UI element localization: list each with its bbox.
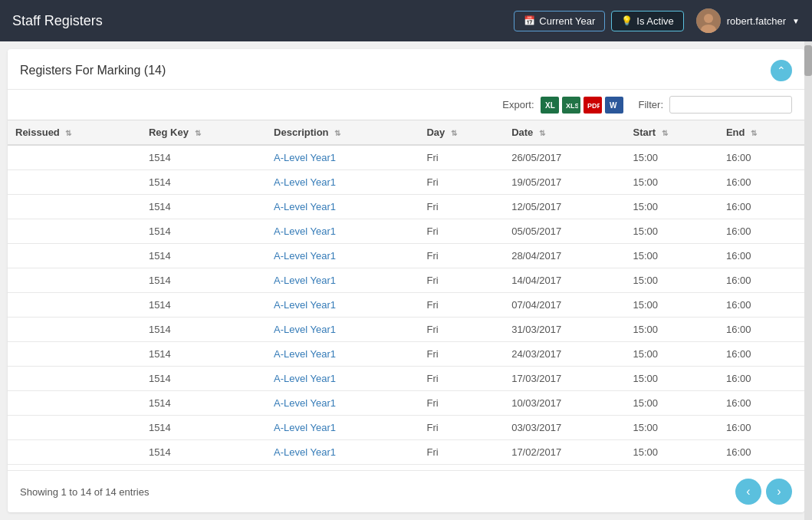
cell-day: Fri [419,219,504,244]
description-link[interactable]: A-Level Year1 [274,373,336,384]
cell-date: 26/05/2017 [504,145,625,170]
col-description[interactable]: Description ⇅ [266,120,419,146]
cell-date: 17/03/2017 [504,367,625,391]
cell-start: 15:00 [626,268,718,293]
cell-date: 10/02/2017 [504,465,625,471]
bulb-icon: 💡 [621,15,633,26]
svg-text:PDF: PDF [587,102,600,110]
table-row: 1514A-Level Year1Fri10/03/201715:0016:00 [8,391,804,416]
export-word-button[interactable]: W [605,97,623,114]
description-link[interactable]: A-Level Year1 [274,225,336,237]
toolbar: Export: XL XLS PDF W Filter: [8,90,804,120]
cell-reissued [8,170,141,195]
export-label: Export: [502,99,534,110]
col-reissued[interactable]: Reissued ⇅ [8,120,141,146]
cell-reg_key: 1514 [141,342,266,367]
prev-icon: ‹ [746,485,750,499]
cell-day: Fri [419,293,504,318]
scrollbar-thumb [804,45,812,76]
header-right: 📅 Current Year 💡 Is Active robert.fatche… [514,8,800,33]
cell-reg_key: 1514 [141,465,266,471]
main-panel: Registers For Marking (14) ⌃ Export: XL … [8,49,804,512]
cell-reissued [8,367,141,391]
cell-reg_key: 1514 [141,293,266,318]
scrollbar[interactable] [804,41,812,520]
cell-date: 07/04/2017 [504,293,625,318]
col-day[interactable]: Day ⇅ [419,120,504,146]
cell-reissued [8,342,141,367]
cell-reissued [8,195,141,219]
export-xls-button[interactable]: XL [541,97,559,114]
cell-date: 28/04/2017 [504,244,625,268]
cell-reg_key: 1514 [141,268,266,293]
cell-day: Fri [419,170,504,195]
export-icons: XL XLS PDF W [541,97,623,114]
prev-page-button[interactable]: ‹ [735,479,761,505]
app-header: Staff Registers 📅 Current Year 💡 Is Acti… [0,0,812,41]
col-start[interactable]: Start ⇅ [626,120,718,146]
table-row: 1514A-Level Year1Fri26/05/201715:0016:00 [8,145,804,170]
user-menu[interactable]: robert.fatcher ▼ [696,8,800,33]
description-link[interactable]: A-Level Year1 [274,422,336,433]
col-date[interactable]: Date ⇅ [504,120,625,146]
svg-text:XL: XL [545,101,555,110]
cell-reissued [8,244,141,268]
table-row: 1514A-Level Year1Fri24/03/201715:0016:00 [8,342,804,367]
table-row: 1514A-Level Year1Fri14/04/201715:0016:00 [8,268,804,293]
cell-reg_key: 1514 [141,391,266,416]
current-year-button[interactable]: 📅 Current Year [514,11,605,31]
cell-reg_key: 1514 [141,244,266,268]
table-row: 1514A-Level Year1Fri05/05/201715:0016:00 [8,219,804,244]
cell-start: 15:00 [626,367,718,391]
cell-end: 16:00 [718,145,804,170]
svg-text:XLS: XLS [566,102,578,110]
cell-end: 16:00 [718,244,804,268]
cell-date: 14/04/2017 [504,268,625,293]
cell-day: Fri [419,465,504,471]
description-link[interactable]: A-Level Year1 [274,397,336,409]
cell-day: Fri [419,195,504,219]
description-link[interactable]: A-Level Year1 [274,348,336,360]
description-link[interactable]: A-Level Year1 [274,299,336,311]
description-link[interactable]: A-Level Year1 [274,152,336,163]
table-row: 1514A-Level Year1Fri10/02/201715:0016:00 [8,465,804,471]
description-link[interactable]: A-Level Year1 [274,446,336,458]
cell-reissued [8,268,141,293]
cell-end: 16:00 [718,293,804,318]
description-link[interactable]: A-Level Year1 [274,201,336,212]
cell-date: 10/03/2017 [504,391,625,416]
collapse-button[interactable]: ⌃ [771,60,792,81]
col-end[interactable]: End ⇅ [718,120,804,146]
description-link[interactable]: A-Level Year1 [274,324,336,335]
export-xlsx-button[interactable]: XLS [562,97,580,114]
description-link[interactable]: A-Level Year1 [274,275,336,286]
app-title: Staff Registers [12,13,103,29]
export-pdf-button[interactable]: PDF [584,97,602,114]
sort-arrows-day: ⇅ [451,129,457,137]
cell-end: 16:00 [718,195,804,219]
filter-input[interactable] [669,96,792,114]
description-link[interactable]: A-Level Year1 [274,176,336,188]
cell-start: 15:00 [626,293,718,318]
table-container: Reissued ⇅ Reg Key ⇅ Description ⇅ Day ⇅ [8,120,804,470]
table-row: 1514A-Level Year1Fri28/04/201715:0016:00 [8,244,804,268]
filter-label: Filter: [639,99,664,110]
cell-end: 16:00 [718,440,804,465]
username: robert.fatcher [727,15,786,27]
cell-date: 03/03/2017 [504,416,625,440]
cell-end: 16:00 [718,219,804,244]
description-link[interactable]: A-Level Year1 [274,250,336,262]
cell-date: 05/05/2017 [504,219,625,244]
is-active-button[interactable]: 💡 Is Active [611,11,683,31]
cell-day: Fri [419,440,504,465]
sort-arrows-end: ⇅ [751,129,757,137]
next-page-button[interactable]: › [766,479,792,505]
cell-reissued [8,391,141,416]
section-title: Registers For Marking (14) [20,64,166,77]
cell-start: 15:00 [626,219,718,244]
col-reg-key[interactable]: Reg Key ⇅ [141,120,266,146]
sort-arrows-reissued: ⇅ [65,129,71,137]
table-row: 1514A-Level Year1Fri31/03/201715:0016:00 [8,318,804,342]
avatar [696,8,721,33]
cell-date: 17/02/2017 [504,440,625,465]
